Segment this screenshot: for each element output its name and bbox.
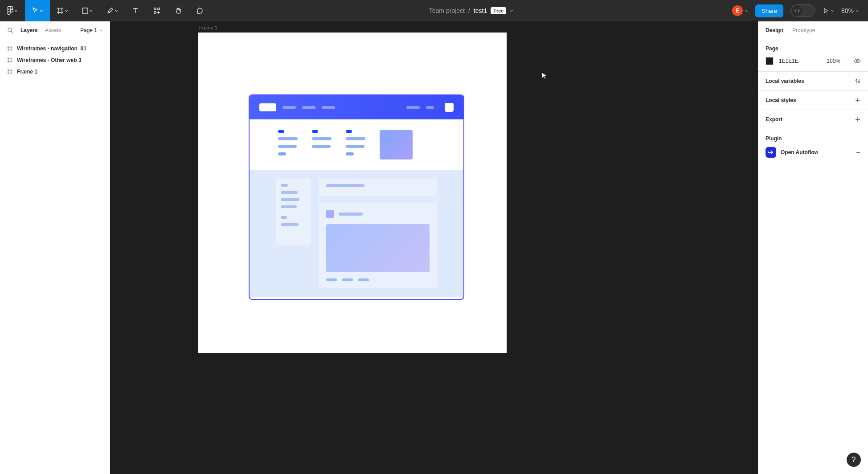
text-tool-button[interactable] xyxy=(125,0,146,21)
toolbar-left xyxy=(0,0,210,21)
svg-point-7 xyxy=(856,80,857,81)
wf-tag xyxy=(326,278,337,281)
svg-rect-3 xyxy=(158,8,160,10)
pen-tool-button[interactable] xyxy=(100,0,125,21)
wf-cols xyxy=(250,119,463,170)
project-name[interactable]: Team project xyxy=(429,7,465,14)
wireframe-mock[interactable] xyxy=(249,94,464,300)
layer-label: Wireframes - Other web 3 xyxy=(17,57,82,63)
plugin-row[interactable]: Open Autoflow xyxy=(766,147,861,158)
wf-side-item xyxy=(281,223,299,226)
wf-hero-image xyxy=(380,130,413,159)
wf-nav-item xyxy=(283,106,296,109)
tab-assets[interactable]: Assets xyxy=(45,27,61,33)
text-icon xyxy=(132,7,139,14)
layer-item[interactable]: Wireframes - Other web 3 xyxy=(0,54,110,66)
main-menu-button[interactable] xyxy=(0,0,25,21)
tab-design[interactable]: Design xyxy=(766,27,783,33)
canvas[interactable]: Frame 1 xyxy=(110,21,758,474)
comment-icon xyxy=(196,7,203,14)
wf-sidebar xyxy=(276,179,311,245)
dev-mode-toggle[interactable] xyxy=(790,4,815,17)
toolbar-title: Team project / test1 Free xyxy=(210,7,732,14)
plugin-name: Open Autoflow xyxy=(781,149,819,155)
color-opacity[interactable]: 100% xyxy=(827,58,840,64)
local-styles-label: Local styles xyxy=(766,97,796,103)
resources-icon xyxy=(153,7,160,14)
wf-line xyxy=(346,145,364,148)
figma-logo-icon xyxy=(7,6,13,15)
right-panel-tabs: Design Prototype xyxy=(758,21,868,39)
comment-tool-button[interactable] xyxy=(189,0,210,21)
wf-tag xyxy=(342,278,353,281)
wf-topbar xyxy=(250,95,463,119)
tab-prototype[interactable]: Prototype xyxy=(792,27,815,33)
settings-icon[interactable] xyxy=(855,78,861,84)
file-name[interactable]: test1 xyxy=(474,7,487,14)
chevron-down-icon xyxy=(99,29,102,32)
chevron-down-icon[interactable] xyxy=(510,9,513,12)
wf-heading xyxy=(278,130,284,133)
svg-point-6 xyxy=(856,60,858,62)
canvas-frame[interactable] xyxy=(198,33,507,353)
shape-tool-button[interactable] xyxy=(75,0,100,21)
frame-icon xyxy=(7,57,12,63)
top-toolbar: Team project / test1 Free E Share 80% xyxy=(0,0,868,21)
wf-heading xyxy=(312,130,318,133)
minus-icon[interactable] xyxy=(856,150,861,155)
wf-card-image xyxy=(326,224,430,272)
wf-side-item xyxy=(281,191,298,194)
section-export[interactable]: Export xyxy=(758,110,868,129)
play-icon xyxy=(823,8,829,14)
zoom-value: 80% xyxy=(841,7,854,14)
user-menu[interactable]: E xyxy=(732,5,748,16)
tab-layers[interactable]: Layers xyxy=(20,27,38,33)
code-icon xyxy=(794,8,800,14)
toolbar-right: E Share 80% xyxy=(732,0,868,21)
plan-badge[interactable]: Free xyxy=(491,7,506,14)
section-local-variables[interactable]: Local variables xyxy=(758,72,868,91)
wf-line xyxy=(278,137,298,140)
zoom-menu[interactable]: 80% xyxy=(841,7,859,14)
wf-card-tags xyxy=(326,278,430,281)
plus-icon[interactable] xyxy=(855,116,861,123)
svg-rect-4 xyxy=(154,12,156,13)
wf-logo xyxy=(259,103,276,111)
svg-rect-1 xyxy=(82,8,88,13)
present-button[interactable] xyxy=(823,8,834,14)
canvas-cursor-icon xyxy=(540,71,549,80)
page-selector[interactable]: Page 1 xyxy=(80,27,102,33)
left-panel: Layers Assets Page 1 Wireframes - naviga… xyxy=(0,21,110,474)
frame-icon xyxy=(7,69,12,74)
help-label: ? xyxy=(852,456,856,464)
hand-tool-button[interactable] xyxy=(168,0,189,21)
wf-avatar xyxy=(445,103,454,112)
canvas-frame-label[interactable]: Frame 1 xyxy=(199,25,217,30)
export-label: Export xyxy=(766,116,782,123)
chevron-down-icon xyxy=(89,9,93,12)
section-local-styles[interactable]: Local styles xyxy=(758,91,868,110)
svg-point-9 xyxy=(768,152,769,153)
layer-label: Wireframes - navigation_01 xyxy=(17,45,86,52)
chevron-down-icon xyxy=(115,9,118,12)
frame-tool-button[interactable] xyxy=(50,0,75,21)
color-hex[interactable]: 1E1E1E xyxy=(779,58,798,64)
color-swatch[interactable] xyxy=(766,57,774,65)
wf-tag xyxy=(358,278,369,281)
resources-button[interactable] xyxy=(146,0,168,21)
move-tool-button[interactable] xyxy=(25,0,50,21)
frame-icon xyxy=(7,46,12,51)
help-button[interactable]: ? xyxy=(847,453,861,467)
chevron-down-icon xyxy=(745,9,748,12)
section-plugin: Plugin Open Autoflow xyxy=(758,129,868,164)
svg-rect-2 xyxy=(154,8,156,10)
share-button[interactable]: Share xyxy=(755,4,783,17)
search-icon[interactable] xyxy=(7,27,13,33)
chevron-down-icon xyxy=(40,9,43,12)
wf-nav-item xyxy=(406,106,420,109)
wf-line xyxy=(346,152,354,155)
layer-item[interactable]: Wireframes - navigation_01 xyxy=(0,43,110,54)
layer-item[interactable]: Frame 1 xyxy=(0,66,110,78)
visibility-icon[interactable] xyxy=(854,57,861,65)
plus-icon[interactable] xyxy=(855,97,861,103)
